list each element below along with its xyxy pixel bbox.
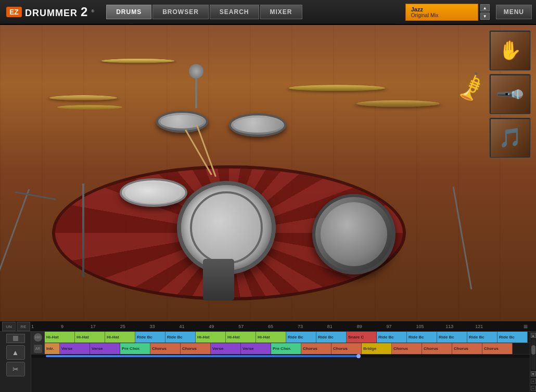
seg-bridge[interactable]: Bridge	[362, 343, 392, 354]
top-bar: EZ DRUMMER 2 ® DRUMS BROWSER SEARCH MIXE…	[0, 0, 536, 25]
seg-hihat-4[interactable]: Hi-Hat	[196, 332, 226, 343]
preset-dropdown[interactable]: Jazz Original Mix	[405, 4, 478, 21]
tab-mixer[interactable]: MIXER	[260, 5, 302, 19]
seg-hihat-5[interactable]: Hi-Hat	[226, 332, 256, 343]
seg-chorus-5[interactable]: Chorus	[392, 343, 422, 354]
marker-57: 57	[238, 324, 268, 329]
seg-hihat-2[interactable]: Hi-Hat	[75, 332, 105, 343]
preset-down-arrow[interactable]: ▼	[480, 12, 490, 20]
marker-65: 65	[268, 324, 298, 329]
progress-bar-container	[31, 355, 530, 358]
progress-bar	[46, 355, 359, 357]
seg-prechorus-2[interactable]: Pre Chor.	[271, 343, 301, 354]
mic-arm-left	[15, 191, 56, 200]
crash-cymbal-left[interactable]	[100, 59, 176, 63]
seg-verse-4[interactable]: Verse	[241, 343, 271, 354]
seg-chorus-8[interactable]: Chorus	[482, 343, 513, 354]
marker-9: 9	[61, 324, 91, 329]
seg-ride-5[interactable]: Ride Bc	[377, 332, 407, 343]
seg-ride-2[interactable]: Ride Bc	[165, 332, 196, 343]
seg-chorus-4[interactable]: Chorus	[331, 343, 362, 354]
scroll-track[interactable]	[531, 339, 535, 370]
seg-chorus-3[interactable]: Chorus	[301, 343, 331, 354]
seg-verse-2[interactable]: Verse	[90, 343, 120, 354]
scissors-tool[interactable]: ✂	[6, 362, 25, 376]
tab-drums[interactable]: DRUMS	[106, 5, 151, 19]
seg-snare-1[interactable]: Snare C	[347, 332, 377, 343]
progress-handle[interactable]	[356, 354, 361, 358]
hihat-lower[interactable]	[56, 105, 123, 109]
seg-chorus-7[interactable]: Chorus	[452, 343, 482, 354]
seg-ride-8[interactable]: Ride Bc	[467, 332, 497, 343]
seq-scrollbar: ▲ ▼ + −	[530, 332, 536, 392]
preset-arrows: ▲ ▼	[480, 4, 490, 20]
marker-113: 113	[445, 324, 475, 329]
scroll-thumb	[531, 345, 535, 355]
crash-cymbal-right[interactable]	[286, 85, 387, 91]
snare-drum[interactable]	[120, 178, 187, 207]
redo-button[interactable]: RE	[17, 322, 30, 331]
seg-verse-3[interactable]: Verse	[211, 343, 241, 354]
seg-intro[interactable]: Intr.	[45, 343, 60, 354]
marker-105: 105	[416, 324, 445, 329]
drum-kit-scene	[0, 25, 489, 316]
kick-drum-head	[190, 191, 263, 264]
overhead-mic-head	[189, 64, 203, 79]
select-tool[interactable]: ▲	[6, 345, 25, 360]
marker-89: 89	[357, 324, 387, 329]
seg-verse-1[interactable]: Verse	[60, 343, 90, 354]
seg-ride-4[interactable]: Ride Bc	[316, 332, 347, 343]
seg-ride-1[interactable]: Ride Bc	[135, 332, 165, 343]
zoom-in-icon[interactable]: +	[531, 378, 536, 384]
marker-25: 25	[120, 324, 150, 329]
seg-prechorus-1[interactable]: Pre Chor.	[120, 343, 150, 354]
seg-ride-3[interactable]: Ride Bc	[286, 332, 316, 343]
marker-121: 121	[475, 324, 505, 329]
side-panel-hands[interactable]: ✋	[489, 30, 531, 71]
ride-cymbal[interactable]	[354, 100, 442, 107]
seg-ride-7[interactable]: Ride Bc	[437, 332, 467, 343]
track-indicator-top	[6, 334, 25, 343]
marker-49: 49	[209, 324, 238, 329]
floor-tom[interactable]	[312, 194, 395, 275]
zoom-out-icon[interactable]: −	[531, 386, 536, 391]
side-panel-tambourine[interactable]: 🎵	[489, 117, 531, 158]
right-panels: ✋ 🎤 🎵	[489, 30, 531, 158]
logo-area: EZ DRUMMER 2 ®	[0, 5, 101, 19]
seg-ride-6[interactable]: Ride Bc	[407, 332, 437, 343]
seg-hihat-1[interactable]: Hi-Hat	[45, 332, 75, 343]
side-panel-mic[interactable]: 🎤	[489, 74, 531, 114]
marker-33: 33	[150, 324, 180, 329]
seq-tracks[interactable]: HH Hi-Hat Hi-Hat Hi-Hat Ride Bc Ride Bc …	[31, 332, 530, 392]
seg-ride-9[interactable]: Ride Bc	[497, 332, 528, 343]
mic-stand-right	[453, 187, 473, 289]
menu-button[interactable]: MENU	[496, 5, 532, 19]
mic-image: 🎤	[491, 75, 530, 113]
tom-2[interactable]	[229, 113, 286, 137]
preset-area: Jazz Original Mix ▲ ▼ MENU	[405, 4, 536, 21]
seg-hihat-6[interactable]: Hi-Hat	[256, 332, 286, 343]
tom-1[interactable]	[156, 111, 208, 133]
seg-chorus-2[interactable]: Chorus	[181, 343, 211, 354]
hihat-cymbal[interactable]	[48, 95, 119, 100]
seg-chorus-1[interactable]: Chorus	[150, 343, 181, 354]
undo-button[interactable]: UN	[2, 322, 16, 331]
seq-settings-icon[interactable]: ≡	[524, 322, 528, 331]
marker-17: 17	[91, 324, 120, 329]
scroll-up-arrow[interactable]: ▲	[531, 333, 536, 338]
track-row-hihat: HH Hi-Hat Hi-Hat Hi-Hat Ride Bc Ride Bc …	[31, 332, 530, 343]
tab-browser[interactable]: BROWSER	[152, 5, 209, 19]
seg-chorus-6[interactable]: Chorus	[422, 343, 452, 354]
mic-stand-left	[0, 189, 30, 288]
seq-tools: ▲ ✂	[0, 332, 31, 392]
drum-area: ✋ 🎤 🎵 🎺	[0, 25, 536, 321]
hihat-stand	[82, 184, 84, 277]
tambourine-image: 🎵	[491, 119, 530, 157]
seg-hihat-3[interactable]: Hi-Hat	[105, 332, 135, 343]
tab-search[interactable]: SEARCH	[210, 5, 259, 19]
track-icon-2: AR	[31, 343, 45, 354]
preset-up-arrow[interactable]: ▲	[480, 4, 490, 11]
marker-41: 41	[179, 324, 209, 329]
hand-image: ✋	[491, 32, 530, 70]
scroll-down-arrow[interactable]: ▼	[531, 371, 536, 376]
